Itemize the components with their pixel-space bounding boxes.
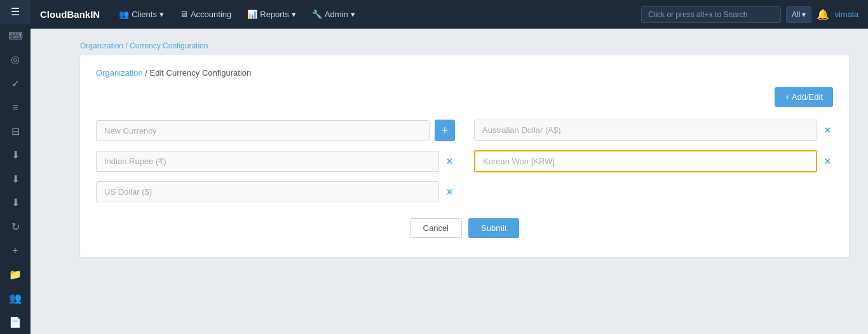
chevron-down-icon-reports: ▾	[292, 10, 296, 19]
sidebar: ☰ ⌨ ◎ ✓ ≡ ⊟ ⬇ ⬇ ⬇ ↻ + 📁 👥 📄	[0, 0, 31, 334]
sidebar-item-check[interactable]: ✓	[0, 72, 31, 96]
card-header: + Add/Edit	[96, 87, 833, 107]
new-currency-input[interactable]	[96, 120, 430, 141]
search-area: All ▾ 🔔 vimala	[641, 6, 858, 23]
sidebar-item-keyboard[interactable]: ⌨	[0, 24, 31, 48]
usd-currency-row: ×	[96, 181, 455, 202]
sidebar-item-folder[interactable]: 📁	[0, 263, 31, 287]
sidebar-item-refresh[interactable]: ↻	[0, 215, 31, 239]
nav-menu: 👥 Clients ▾ 🖥 Accounting 📊 Reports ▾ 🔧 A…	[112, 6, 361, 23]
nav-admin-label: Admin	[325, 10, 348, 19]
submit-button[interactable]: Submit	[468, 218, 519, 238]
brand-logo: CloudBankIN	[40, 9, 100, 20]
nav-item-admin[interactable]: 🔧 Admin ▾	[306, 6, 362, 23]
inr-currency-input[interactable]	[96, 151, 439, 172]
sidebar-item-list2[interactable]: ⊟	[0, 120, 31, 144]
nav-item-accounting[interactable]: 🖥 Accounting	[173, 6, 238, 23]
sidebar-item-download2[interactable]: ⬇	[0, 167, 31, 191]
nav-accounting-label: Accounting	[191, 10, 231, 19]
inr-currency-row: ×	[96, 151, 455, 172]
sidebar-item-clock[interactable]: ◎	[0, 48, 31, 72]
sidebar-item-list1[interactable]: ≡	[0, 95, 31, 120]
remove-krw-button[interactable]: ×	[822, 155, 833, 168]
currency-config-card: Organization / Edit Currency Configurati…	[80, 55, 849, 257]
username-label[interactable]: vimala	[834, 10, 858, 19]
search-input[interactable]	[641, 6, 781, 23]
chevron-down-icon: ▾	[159, 10, 164, 19]
add-edit-button[interactable]: + Add/Edit	[775, 87, 833, 107]
breadcrumb-org-link[interactable]: Organization	[80, 41, 123, 50]
left-currency-column: + × ×	[96, 120, 455, 202]
remove-inr-button[interactable]: ×	[444, 155, 455, 168]
search-filter-dropdown[interactable]: All ▾	[786, 6, 811, 23]
sidebar-item-group[interactable]: 👥	[0, 286, 31, 310]
krw-currency-input[interactable]	[474, 150, 817, 172]
right-currency-column: × ×	[474, 120, 833, 202]
nav-reports-label: Reports	[260, 10, 289, 19]
aud-currency-row: ×	[474, 120, 833, 141]
chevron-down-icon-search: ▾	[802, 10, 806, 19]
search-filter-label: All	[792, 10, 800, 19]
breadcrumb-top: Organization / Currency Configuration	[80, 41, 849, 50]
sidebar-item-plus[interactable]: +	[0, 239, 31, 263]
krw-currency-row: ×	[474, 150, 833, 172]
clients-icon: 👥	[119, 10, 129, 19]
sidebar-item-file[interactable]: 📄	[0, 310, 31, 335]
chevron-down-icon-admin: ▾	[351, 10, 355, 19]
usd-currency-input[interactable]	[96, 181, 439, 202]
topnav: CloudBankIN 👥 Clients ▾ 🖥 Accounting 📊 R…	[31, 0, 868, 29]
sub-breadcrumb-org-link[interactable]: Organization	[96, 68, 143, 78]
sidebar-item-menu[interactable]: ☰	[0, 0, 31, 24]
new-currency-row: +	[96, 120, 455, 141]
reports-icon: 📊	[247, 10, 257, 19]
nav-clients-label: Clients	[132, 10, 157, 19]
add-currency-button[interactable]: +	[435, 120, 455, 141]
breadcrumb-sub: Organization / Edit Currency Configurati…	[96, 68, 833, 78]
sidebar-item-download3[interactable]: ⬇	[0, 191, 31, 215]
form-footer: Cancel Submit	[96, 218, 833, 238]
bell-icon[interactable]: 🔔	[817, 8, 829, 20]
breadcrumb-currency-config-link[interactable]: Currency Configuration	[130, 41, 208, 50]
nav-item-clients[interactable]: 👥 Clients ▾	[112, 6, 170, 23]
nav-item-reports[interactable]: 📊 Reports ▾	[241, 6, 302, 23]
aud-currency-input[interactable]	[474, 120, 817, 141]
remove-usd-button[interactable]: ×	[444, 186, 455, 198]
remove-aud-button[interactable]: ×	[822, 124, 833, 137]
cancel-button[interactable]: Cancel	[410, 218, 462, 238]
admin-icon: 🔧	[312, 10, 322, 19]
currency-columns: + × × ×	[96, 120, 833, 202]
sidebar-item-download1[interactable]: ⬇	[0, 143, 31, 167]
sub-breadcrumb-edit-label: Edit Currency Configuration	[150, 68, 252, 78]
accounting-icon: 🖥	[180, 10, 188, 19]
main-content: Organization / Currency Configuration Or…	[61, 29, 868, 334]
